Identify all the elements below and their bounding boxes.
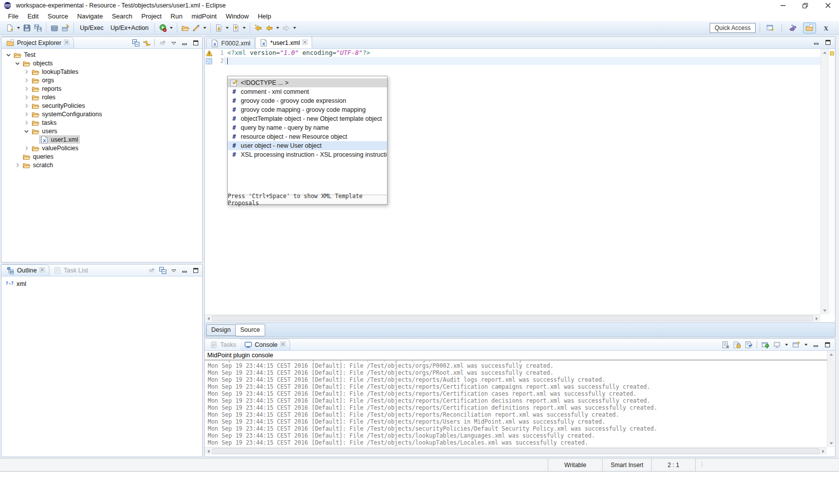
tab-tasks[interactable]: Tasks <box>206 339 240 350</box>
menu-navigate[interactable]: Navigate <box>73 12 107 20</box>
tab-f0002-xml[interactable]: X F0002.xml <box>206 38 255 48</box>
up-ex-action-button[interactable]: Up/Ex+Action <box>107 22 151 33</box>
scroll-right-icon[interactable] <box>820 448 827 455</box>
tree-item-queries[interactable]: queries <box>1 152 202 161</box>
working-sets-icon[interactable] <box>158 38 167 47</box>
menu-window[interactable]: Window <box>221 12 253 20</box>
proposal-item[interactable]: <!DOCTYPE ... > <box>228 78 387 87</box>
tab-source[interactable]: Source <box>235 324 265 336</box>
pin-console-icon[interactable] <box>761 340 770 349</box>
display-console-icon[interactable] <box>773 340 781 349</box>
midpoint-download-icon[interactable] <box>60 22 70 33</box>
proposal-item[interactable]: #resource object - new Resource object <box>228 132 387 141</box>
push-file-icon[interactable] <box>231 22 241 33</box>
collapsed-chevron-icon[interactable] <box>22 93 30 101</box>
editor-vertical-scrollbar[interactable] <box>821 49 828 314</box>
menu-run[interactable]: Run <box>166 12 187 20</box>
dropdown-arrow-icon[interactable] <box>276 27 279 29</box>
show-output-icon[interactable] <box>744 340 753 349</box>
warning-marker[interactable] <box>830 51 834 55</box>
collapsed-chevron-icon[interactable] <box>22 119 30 126</box>
tree-item-systemConfigurations[interactable]: systemConfigurations <box>1 110 202 118</box>
midpoint-upload-icon[interactable] <box>49 22 59 33</box>
maximize-view-icon[interactable] <box>823 340 832 349</box>
menu-help[interactable]: Help <box>253 12 276 20</box>
tree-item-orgs[interactable]: orgs <box>1 76 202 84</box>
proposal-item[interactable]: #query by name - query by name <box>228 123 387 132</box>
open-folder-icon[interactable] <box>180 22 190 33</box>
editor-horizontal-scrollbar[interactable] <box>205 314 821 322</box>
tab-task-list[interactable]: Task List <box>49 264 92 276</box>
console-output[interactable]: Mon Sep 19 23:44:15 CEST 2016 [Default]:… <box>206 361 827 447</box>
collapsed-chevron-icon[interactable] <box>22 76 30 84</box>
tree-item-Test[interactable]: Test <box>1 50 202 59</box>
menu-project[interactable]: Project <box>137 12 166 20</box>
brush-icon[interactable] <box>191 22 201 33</box>
quick-access-box[interactable]: Quick Access <box>710 23 756 33</box>
minimize-view-icon[interactable] <box>180 38 189 47</box>
up-exec-button[interactable]: Up/Exec <box>77 22 106 33</box>
java-perspective-icon[interactable] <box>787 22 800 33</box>
menu-edit[interactable]: Edit <box>23 12 43 20</box>
scroll-left-icon[interactable] <box>205 315 212 322</box>
maximize-view-icon[interactable] <box>191 266 200 274</box>
minimize-window-button[interactable] <box>772 0 794 11</box>
warning-icon[interactable] <box>205 49 213 57</box>
collapsed-chevron-icon[interactable] <box>13 161 21 169</box>
save-icon[interactable] <box>22 22 32 33</box>
console-vertical-scrollbar[interactable] <box>827 351 835 447</box>
menu-file[interactable]: File <box>3 12 23 20</box>
dropdown-arrow-icon[interactable] <box>243 27 246 29</box>
run-icon[interactable] <box>158 22 168 33</box>
menu-search[interactable]: Search <box>107 12 137 20</box>
scroll-up-icon[interactable] <box>821 49 829 56</box>
proposal-item[interactable]: #user object - new User object <box>228 141 387 150</box>
resource-perspective-icon[interactable] <box>803 22 816 33</box>
expanded-chevron-icon[interactable] <box>4 51 12 58</box>
code-editor[interactable]: 1 <?xml version="1.0" encoding="UTF-8"?>… <box>205 49 821 314</box>
proposal-item[interactable]: #groovy code - groovy code expression <box>228 96 387 105</box>
scroll-up-icon[interactable] <box>828 351 835 358</box>
minimize-view-icon[interactable] <box>812 38 821 46</box>
collapsed-chevron-icon[interactable] <box>22 110 30 118</box>
dropdown-arrow-icon[interactable] <box>170 27 173 29</box>
maximize-view-icon[interactable] <box>191 38 200 47</box>
view-menu-icon[interactable] <box>169 38 178 47</box>
overview-ruler[interactable] <box>828 49 835 314</box>
new-wizard-icon[interactable] <box>5 22 15 33</box>
tree-item-valuePolicies[interactable]: valuePolicies <box>1 144 202 152</box>
close-icon[interactable] <box>64 39 69 46</box>
working-sets-icon[interactable] <box>147 266 156 274</box>
scroll-lock-icon[interactable] <box>733 340 741 349</box>
scroll-right-icon[interactable] <box>813 315 821 322</box>
tree-item-roles[interactable]: roles <box>1 93 202 101</box>
console-horizontal-scrollbar[interactable] <box>205 447 827 455</box>
tab-design[interactable]: Design <box>206 324 236 336</box>
open-console-icon[interactable] <box>792 340 801 349</box>
dropdown-arrow-icon[interactable] <box>805 344 808 346</box>
forward-icon[interactable] <box>281 22 291 33</box>
close-icon[interactable] <box>39 267 45 274</box>
tree-item-scratch[interactable]: scratch <box>1 161 202 169</box>
scrollbar-thumb[interactable] <box>212 315 813 321</box>
proposal-item[interactable]: #XSL processing instruction - XSL proces… <box>228 150 387 159</box>
close-icon[interactable] <box>280 341 286 348</box>
outline-xml-node[interactable]: ?-? xml <box>5 279 26 288</box>
tab-console[interactable]: Console <box>240 339 290 350</box>
scroll-down-icon[interactable] <box>828 440 835 447</box>
tree-item-objects[interactable]: objects <box>1 59 202 67</box>
pull-file-icon[interactable] <box>214 22 224 33</box>
restore-window-button[interactable] <box>794 0 817 11</box>
last-edit-location-icon[interactable] <box>253 22 263 33</box>
tree-item-users[interactable]: users <box>1 127 202 135</box>
collapsed-chevron-icon[interactable] <box>22 85 30 92</box>
proposal-item[interactable]: #objectTemplate object - new Object temp… <box>228 114 387 123</box>
scrollbar-thumb[interactable] <box>212 448 820 454</box>
menu-source[interactable]: Source <box>43 12 72 20</box>
proposal-item[interactable]: #comment - xml comment <box>228 87 387 96</box>
expanded-chevron-icon[interactable] <box>13 59 21 67</box>
tree-item-user1.xml[interactable]: Xuser1.xml <box>1 135 202 144</box>
view-menu-icon[interactable] <box>169 266 178 274</box>
menu-midpoint[interactable]: midPoint <box>187 12 221 20</box>
scroll-left-icon[interactable] <box>205 448 212 455</box>
